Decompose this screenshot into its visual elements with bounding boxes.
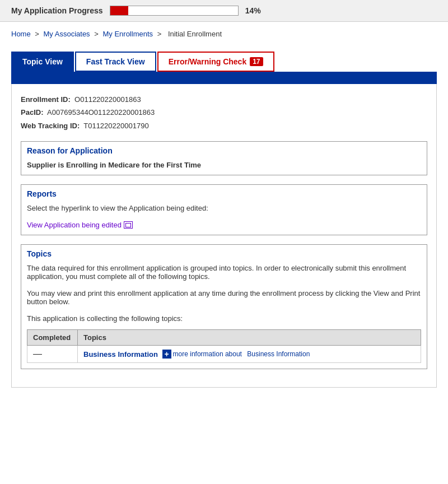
more-info-text: more information about xyxy=(173,350,242,358)
breadcrumb: Home > My Associates > My Enrollments > … xyxy=(0,22,448,46)
main-content: Topic View Fast Track View Error/Warning… xyxy=(0,46,448,399)
breadcrumb-current: Initial Enrollment xyxy=(168,30,222,38)
topics-table-header: Completed Topics xyxy=(27,330,421,346)
web-tracking-value: T011220220001790 xyxy=(83,122,148,130)
tab-topic-view[interactable]: Topic View xyxy=(11,52,74,72)
more-info-link[interactable]: + more information about Business Inform… xyxy=(162,350,310,359)
progress-bar-fill xyxy=(110,6,128,15)
reason-section-content: Supplier is Enrolling in Medicare for th… xyxy=(21,157,427,175)
error-count-badge: 17 xyxy=(250,57,263,66)
topics-section-content: The data required for this enrollment ap… xyxy=(21,260,427,369)
progress-label: My Application Progress xyxy=(11,6,103,15)
web-tracking-row: Web Tracking ID: T011220220001790 xyxy=(21,119,427,132)
reports-section-title: Reports xyxy=(21,185,427,201)
external-link-icon xyxy=(124,221,133,229)
reason-value: Supplier is Enrolling in Medicare for th… xyxy=(27,161,201,169)
progress-bar-container xyxy=(110,6,239,16)
plus-icon: + xyxy=(162,350,171,359)
completed-cell: — xyxy=(27,346,78,363)
topics-section-title: Topics xyxy=(21,245,427,260)
progress-percent: 14% xyxy=(245,6,261,15)
reason-section: Reason for Application Supplier is Enrol… xyxy=(21,141,427,175)
section-header-bar xyxy=(11,72,437,84)
reports-section: Reports Select the hyperlink to view the… xyxy=(21,184,427,235)
enrollment-info: Enrollment ID: O011220220001863 PacID: A… xyxy=(21,93,427,132)
pac-id-value: A007695344O011220220001863 xyxy=(47,108,155,117)
col-completed: Completed xyxy=(27,330,78,346)
topics-table: Completed Topics — Business Information … xyxy=(27,329,421,363)
enrollment-id-label: Enrollment ID: xyxy=(21,95,71,104)
web-tracking-label: Web Tracking ID: xyxy=(21,122,80,130)
topics-paragraph-2: You may view and print this enrollment a… xyxy=(27,289,421,306)
topics-paragraph-1: The data required for this enrollment ap… xyxy=(27,264,421,281)
breadcrumb-associates[interactable]: My Associates xyxy=(44,30,90,38)
enrollment-id-value: O011220220001863 xyxy=(74,95,141,104)
table-row: — Business Information + more informatio… xyxy=(27,346,421,363)
topics-section: Topics The data required for this enroll… xyxy=(21,244,427,369)
tab-error-warning-check[interactable]: Error/Warning Check 17 xyxy=(157,52,274,72)
enrollment-id-row: Enrollment ID: O011220220001863 xyxy=(21,93,427,106)
view-application-link[interactable]: View Application being edited xyxy=(27,221,133,229)
view-application-link-text: View Application being edited xyxy=(27,221,122,229)
pac-id-row: PacID: A007695344O011220220001863 xyxy=(21,106,427,119)
progress-bar-section: My Application Progress 14% xyxy=(0,0,448,22)
topic-cell: Business Information + more information … xyxy=(78,346,421,363)
reports-description: Select the hyperlink to view the Applica… xyxy=(27,204,421,212)
tab-bar: Topic View Fast Track View Error/Warning… xyxy=(11,52,437,72)
reason-section-title: Reason for Application xyxy=(21,142,427,157)
pac-id-label: PacID: xyxy=(21,108,43,117)
topics-paragraph-3: This application is collecting the follo… xyxy=(27,314,421,323)
business-information-link[interactable]: Business Information xyxy=(83,350,158,359)
tab-fast-track-view[interactable]: Fast Track View xyxy=(75,52,156,72)
more-info-topic: Business Information xyxy=(247,350,310,358)
breadcrumb-enrollments[interactable]: My Enrollments xyxy=(102,30,153,38)
content-panel: Enrollment ID: O011220220001863 PacID: A… xyxy=(11,84,437,388)
breadcrumb-home[interactable]: Home xyxy=(11,30,31,38)
reports-section-content: Select the hyperlink to view the Applica… xyxy=(21,201,427,235)
col-topics: Topics xyxy=(78,330,421,346)
